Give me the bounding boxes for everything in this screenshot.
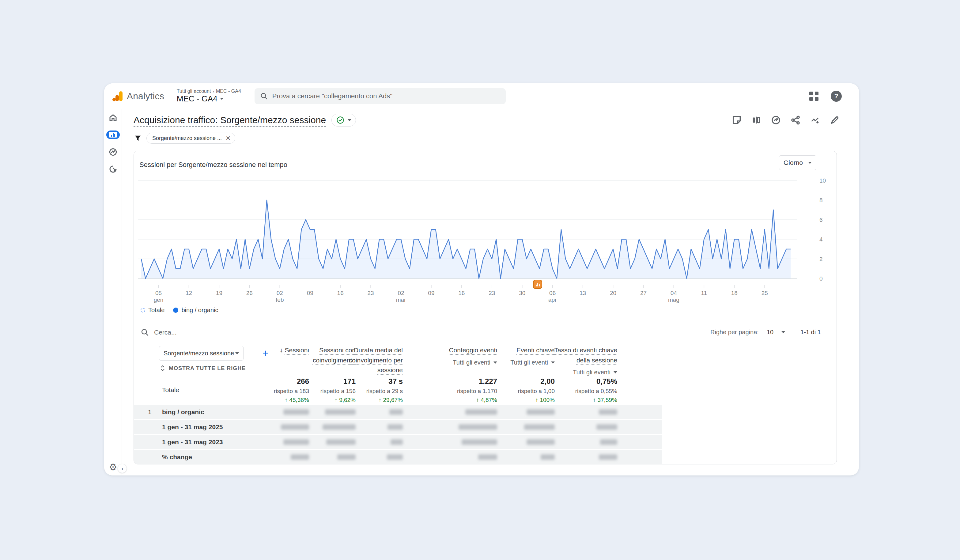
account-switcher[interactable]: Tutti gli account›MEC - GA4 MEC - GA4 [177, 88, 241, 103]
show-all-rows-button[interactable]: MOSTRA TUTTE LE RIGHE [160, 365, 246, 371]
svg-text:12: 12 [186, 290, 192, 296]
home-icon [109, 113, 118, 122]
property-name: MEC - GA4 [177, 94, 218, 104]
chart-title: Sessioni per Sorgente/mezzo sessione nel… [139, 161, 287, 169]
column-header[interactable]: Eventi chiaveTutti gli eventi [484, 345, 555, 367]
svg-text:2: 2 [819, 256, 823, 262]
svg-text:8: 8 [819, 197, 823, 203]
sidebar-item-advertising[interactable] [104, 160, 122, 178]
svg-text:gen: gen [154, 296, 163, 303]
sort-desc-icon: ↓ [280, 345, 283, 355]
svg-text:23: 23 [489, 290, 495, 296]
breadcrumb: Tutti gli account›MEC - GA4 [177, 88, 241, 94]
chevron-down-icon [220, 98, 224, 100]
share-icon[interactable] [790, 115, 801, 125]
svg-text:18: 18 [731, 290, 738, 296]
row-label: 1 gen - 31 mag 2023 [162, 438, 223, 446]
blurred-cell [526, 409, 555, 415]
table-row[interactable]: 1 gen - 31 mag 2023 [134, 435, 662, 449]
legend-item-bing-organic[interactable]: bing / organic [173, 307, 218, 314]
report-status-pill[interactable] [331, 114, 356, 126]
svg-text:04: 04 [670, 290, 677, 296]
sidebar-item-explore[interactable] [104, 143, 122, 160]
blurred-cell [600, 439, 617, 445]
blurred-cell [462, 439, 497, 445]
notes-icon[interactable] [731, 115, 742, 125]
svg-text:16: 16 [337, 290, 344, 296]
svg-text:30: 30 [519, 290, 525, 296]
svg-text:13: 13 [579, 290, 586, 296]
totals-cell: 0,75%rispetto a 0,55%↑ 37,59% [547, 376, 617, 404]
column-header[interactable]: Tasso di eventi chiave della sessioneTut… [547, 345, 617, 377]
svg-text:25: 25 [762, 290, 768, 296]
blurred-cell [283, 439, 309, 445]
table-header: Sorgente/mezzo sessione + MOSTRA TUTTE L… [134, 341, 837, 404]
annotation-badge-icon[interactable] [533, 280, 542, 289]
blurred-cell [387, 424, 403, 430]
table-row[interactable]: 1 gen - 31 mag 2025 [134, 420, 662, 434]
filter-funnel-icon [134, 134, 142, 142]
table-body: 1bing / organic1 gen - 31 mag 20251 gen … [134, 404, 837, 464]
table-row[interactable]: % change [134, 450, 662, 464]
explore-icon [109, 147, 118, 157]
help-icon[interactable]: ? [831, 91, 842, 102]
search-icon [260, 92, 268, 100]
table-row[interactable]: 1bing / organic [134, 405, 662, 419]
blurred-cell [459, 424, 497, 430]
global-search-input[interactable]: Prova a cercare "collegamento con Ads" [254, 88, 506, 104]
svg-text:02: 02 [277, 290, 283, 296]
totals-cell: 37 srispetto a 29 s↑ 29,67% [332, 376, 403, 404]
row-index: 1 [148, 408, 152, 416]
blurred-cell [337, 454, 356, 460]
close-icon[interactable]: ✕ [226, 134, 230, 142]
apps-grid-icon[interactable] [809, 91, 819, 101]
svg-text:09: 09 [428, 290, 434, 296]
svg-text:0: 0 [819, 275, 823, 282]
blurred-cell [323, 424, 356, 430]
check-circle-icon [336, 116, 345, 124]
sidebar-item-home[interactable] [104, 109, 122, 126]
blurred-cell [281, 424, 309, 430]
blurred-cell [524, 424, 555, 430]
insights-circle-icon[interactable] [771, 115, 781, 125]
chart-legend: Totale bing / organic [141, 307, 218, 314]
totals-cell: 2,00rispetto a 1,00↑ 100% [484, 376, 555, 404]
expand-chevron-icon[interactable]: › [118, 464, 127, 473]
legend-item-totale[interactable]: Totale [141, 307, 165, 314]
chevron-down-icon[interactable] [781, 331, 785, 333]
analytics-logo-icon [112, 91, 123, 102]
page-title[interactable]: Acquisizione traffico: Sorgente/mezzo se… [134, 115, 326, 125]
svg-text:apr: apr [548, 296, 557, 303]
sessions-line-chart[interactable]: 108642005gen12192602feb09162302mar091623… [134, 176, 837, 304]
insights-sparkle-icon[interactable] [810, 115, 820, 125]
svg-text:26: 26 [246, 290, 253, 296]
blurred-cell [326, 439, 356, 445]
granularity-select[interactable]: Giorno [779, 155, 816, 170]
chevron-down-icon [808, 162, 812, 164]
row-label: bing / organic [162, 408, 204, 416]
row-label: 1 gen - 31 mag 2025 [162, 423, 223, 431]
blurred-cell [387, 454, 403, 460]
blurred-cell [526, 439, 555, 445]
report-toolbar [731, 115, 840, 125]
svg-text:mar: mar [396, 296, 406, 303]
table-search-input[interactable]: Cerca... [154, 329, 177, 336]
solid-dot-marker-icon [173, 307, 178, 313]
svg-text:05: 05 [155, 290, 162, 296]
rows-per-page-label: Righe per pagina: [710, 329, 759, 336]
filter-chip[interactable]: Sorgente/mezzo sessione ... ✕ [146, 133, 235, 144]
sidebar-item-reports[interactable] [104, 126, 122, 143]
blurred-cell [465, 409, 497, 415]
blurred-cell [478, 454, 497, 460]
dimension-select[interactable]: Sorgente/mezzo sessione [159, 346, 243, 360]
report-content: Acquisizione traffico: Sorgente/mezzo se… [122, 109, 859, 475]
rows-per-page-value[interactable]: 10 [767, 329, 773, 336]
edit-icon[interactable] [829, 115, 840, 125]
column-header[interactable]: Durata media del coinvolgimento per sess… [332, 345, 403, 375]
row-label: % change [162, 453, 192, 461]
analytics-window: Analytics Tutti gli account›MEC - GA4 ME… [104, 83, 859, 475]
app-header: Analytics Tutti gli account›MEC - GA4 ME… [104, 83, 859, 109]
comparison-icon[interactable] [751, 115, 762, 125]
totals-label: Totale [162, 386, 179, 394]
frozen-column-divider [276, 341, 276, 464]
